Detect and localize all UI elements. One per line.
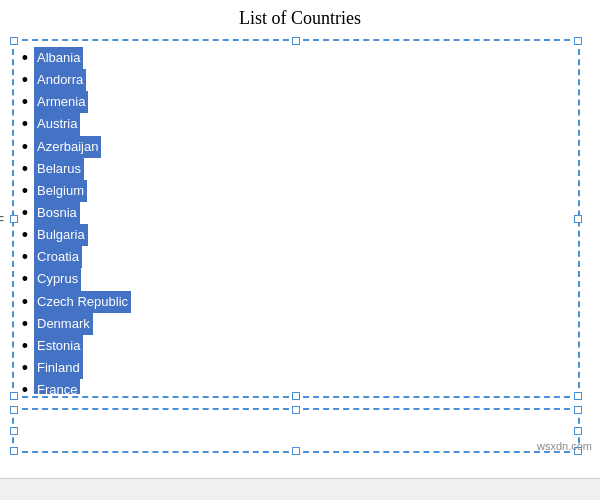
watermark: wsxdn.com: [537, 440, 592, 452]
country-name: Belgium: [34, 180, 87, 202]
bullet-icon: •: [18, 71, 32, 89]
anchor-icon: =: [0, 211, 4, 227]
country-name: Andorra: [34, 69, 86, 91]
bullet-icon: •: [18, 182, 32, 200]
country-name: Belarus: [34, 158, 84, 180]
inner-handle-bot-center[interactable]: [292, 447, 300, 455]
inner-handle-bot-left[interactable]: [10, 447, 18, 455]
list-item: •Denmark: [16, 313, 576, 335]
bullet-icon: •: [18, 138, 32, 156]
country-name: Austria: [34, 113, 80, 135]
list-item: •Albania: [16, 47, 576, 69]
selection-box-inner[interactable]: [12, 408, 580, 453]
list-item: •Cyprus: [16, 268, 576, 290]
list-item: •Finland: [16, 357, 576, 379]
country-name: Estonia: [34, 335, 83, 357]
country-name: Denmark: [34, 313, 93, 335]
bullet-icon: •: [18, 337, 32, 355]
country-list: •Albania•Andorra•Armenia•Austria•Azerbai…: [16, 43, 576, 394]
list-item: •Bosnia: [16, 202, 576, 224]
list-item: •Austria: [16, 113, 576, 135]
country-name: Armenia: [34, 91, 88, 113]
bullet-icon: •: [18, 315, 32, 333]
bullet-icon: •: [18, 359, 32, 377]
list-item: •Estonia: [16, 335, 576, 357]
country-name: France: [34, 379, 80, 394]
list-item: •Bulgaria: [16, 224, 576, 246]
bullet-icon: •: [18, 293, 32, 311]
main-window: List of Countries = •A: [0, 0, 600, 500]
page-title: List of Countries: [0, 0, 600, 33]
country-name: Albania: [34, 47, 83, 69]
inner-handle-mid-left[interactable]: [10, 427, 18, 435]
bullet-icon: •: [18, 93, 32, 111]
list-item: •Czech Republic: [16, 291, 576, 313]
bullet-icon: •: [18, 115, 32, 133]
list-item: •France: [16, 379, 576, 394]
bullet-icon: •: [18, 49, 32, 67]
country-name: Azerbaijan: [34, 136, 101, 158]
content-area: = •Albania•Andorra•Armenia•Austria•Azerb…: [0, 33, 600, 478]
country-name: Finland: [34, 357, 83, 379]
list-item: •Armenia: [16, 91, 576, 113]
bullet-icon: •: [18, 226, 32, 244]
country-name: Cyprus: [34, 268, 81, 290]
bullet-icon: •: [18, 248, 32, 266]
list-item: •Azerbaijan: [16, 136, 576, 158]
country-name: Czech Republic: [34, 291, 131, 313]
list-item: •Croatia: [16, 246, 576, 268]
bullet-icon: •: [18, 270, 32, 288]
country-list-container: •Albania•Andorra•Armenia•Austria•Azerbai…: [16, 43, 576, 394]
list-item: •Andorra: [16, 69, 576, 91]
inner-handle-mid-right[interactable]: [574, 427, 582, 435]
country-name: Croatia: [34, 246, 82, 268]
bullet-icon: •: [18, 381, 32, 394]
country-name: Bulgaria: [34, 224, 88, 246]
status-bar: [0, 478, 600, 500]
bullet-icon: •: [18, 204, 32, 222]
list-item: •Belgium: [16, 180, 576, 202]
list-item: •Belarus: [16, 158, 576, 180]
inner-handle-top-left[interactable]: [10, 406, 18, 414]
bullet-icon: •: [18, 160, 32, 178]
inner-handle-top-right[interactable]: [574, 406, 582, 414]
inner-handle-top-center[interactable]: [292, 406, 300, 414]
country-name: Bosnia: [34, 202, 80, 224]
